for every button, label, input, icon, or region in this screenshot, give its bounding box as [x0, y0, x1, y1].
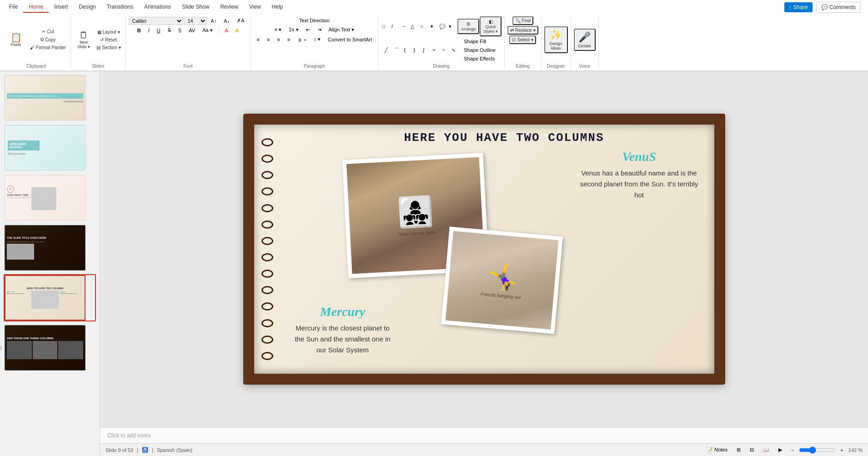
group-paragraph: Text Direction ≡ ▾ 1≡ ▾ ⇤ ⇥ Align Text ▾…: [251, 15, 379, 70]
zoom-level: 142 %: [848, 447, 863, 453]
ribbon-top: File Home Insert Design Transitions Anim…: [0, 0, 868, 15]
shape-b4[interactable]: }: [412, 46, 421, 55]
language-status[interactable]: Spanish (Spain): [157, 447, 192, 453]
find-button[interactable]: 🔍 Find: [512, 16, 533, 25]
design-ideas-button[interactable]: ✨ DesignIdeas: [544, 26, 568, 53]
accessibility-icon[interactable]: ♿: [142, 447, 148, 453]
slide-thumbnail-10[interactable]: 10 AND THESE ARE THREE COLUMNS: [4, 324, 96, 371]
shape-b6[interactable]: ≈: [431, 46, 441, 55]
shape-b8[interactable]: ∿: [451, 46, 460, 55]
layout-button[interactable]: ▦ Layout ▾: [95, 29, 122, 35]
zoom-slider[interactable]: [799, 446, 835, 454]
align-right-button[interactable]: ≡: [274, 35, 283, 44]
align-center-button[interactable]: ≡: [264, 35, 273, 44]
view-normal-button[interactable]: ⊞: [733, 446, 744, 454]
clear-format-button[interactable]: ✗A: [234, 16, 247, 25]
increase-indent-button[interactable]: ⇥: [314, 25, 325, 34]
change-case-button[interactable]: Aa ▾: [199, 26, 216, 35]
share-button[interactable]: ↑ Share: [784, 2, 813, 12]
view-reading-button[interactable]: 📖: [760, 446, 773, 454]
decrease-indent-button[interactable]: ⇤: [303, 25, 313, 34]
tab-view[interactable]: View: [244, 2, 266, 13]
shape-star[interactable]: ✦: [429, 23, 438, 30]
justify-button[interactable]: ≡: [284, 35, 293, 44]
slide-thumbnail-9[interactable]: 9 HERE YOU HAVE TWO COLUMNS Mercury Merc…: [4, 274, 96, 321]
align-left-button[interactable]: ≡: [254, 35, 263, 44]
bold-button[interactable]: B: [134, 26, 144, 35]
decrease-font-button[interactable]: A↓: [221, 17, 233, 25]
shape-b3[interactable]: {: [403, 46, 412, 55]
shape-tri[interactable]: △: [410, 23, 419, 30]
separator1: [219, 27, 219, 34]
shape-more[interactable]: ▾: [448, 23, 457, 30]
slide-thumbnail-7[interactable]: 7 01 OUR FIRST TRIP You can write a subt…: [4, 174, 96, 221]
font-family-select[interactable]: Calibri: [129, 17, 183, 25]
main-area: 5 This is a quote note but I am writing …: [0, 71, 868, 456]
shape-arrow[interactable]: →: [400, 23, 409, 30]
paste-button[interactable]: 📋 Paste: [5, 31, 27, 49]
shadow-button[interactable]: S: [175, 26, 185, 35]
paste-icon: 📋: [10, 33, 22, 42]
copy-button[interactable]: ⧉ Copy: [28, 36, 68, 43]
tab-animations[interactable]: Animations: [139, 2, 176, 13]
align-text-button[interactable]: Align Text ▾: [326, 25, 358, 34]
line-spacing-button[interactable]: ↕ ▾: [311, 35, 324, 44]
shape-line[interactable]: /: [391, 23, 400, 30]
format-painter-button[interactable]: 🖌 Format Painter: [28, 44, 68, 51]
zoom-in-button[interactable]: +: [837, 446, 846, 454]
tab-review[interactable]: Review: [215, 2, 243, 13]
replace-button[interactable]: ⇄ Replace ▾: [507, 26, 538, 35]
tab-slideshow[interactable]: Slide Show: [176, 2, 215, 13]
tab-transitions[interactable]: Transitions: [101, 2, 139, 13]
increase-font-button[interactable]: A↑: [208, 17, 220, 25]
new-slide-icon: 🗒: [79, 30, 88, 40]
quick-styles-button[interactable]: ◧ QuickStyles ▾: [480, 16, 502, 36]
reset-button[interactable]: ↺ Reset: [95, 36, 122, 43]
slide-thumbnail-5[interactable]: 5 This is a quote note but I am writing …: [4, 74, 96, 121]
bullets-button[interactable]: ≡ ▾: [271, 25, 284, 34]
shape-outline-button[interactable]: Shape Outline: [461, 46, 499, 54]
shape-b1[interactable]: ╱: [384, 46, 393, 55]
numbering-button[interactable]: 1≡ ▾: [286, 25, 302, 34]
shape-b2[interactable]: ⌒: [393, 46, 402, 55]
notes-button[interactable]: 📝 Notes: [703, 446, 731, 454]
shape-effects-button[interactable]: Shape Effects: [461, 55, 499, 63]
cut-button[interactable]: ✂ Cut: [28, 28, 68, 35]
dictate-button[interactable]: 🎤 Dictate: [574, 29, 596, 51]
view-slide-sorter-button[interactable]: ⊟: [747, 446, 757, 454]
strikethrough-button[interactable]: S̶: [165, 26, 174, 35]
font-size-select[interactable]: 14: [184, 17, 207, 25]
content-area: HERE YOU HAVE TWO COLUMNS VenuS Venus ha…: [100, 71, 868, 456]
text-direction-button[interactable]: Text Direction: [296, 16, 333, 25]
slide-thumbnail-8[interactable]: 8 THE SLIDE TITLE GOES HERE Do you know …: [4, 224, 96, 271]
shape-b5[interactable]: ∫: [422, 46, 431, 55]
shape-b7[interactable]: ~: [441, 46, 450, 55]
photo-1-emoji: 👩‍👧‍👧: [396, 194, 434, 230]
shape-callout[interactable]: 💬: [438, 23, 447, 30]
section-button[interactable]: ▤ Section ▾: [95, 44, 122, 51]
slide-thumbnail-6[interactable]: 6 AWESOMEWORDS Photo placeholder: [4, 124, 96, 171]
new-slide-button[interactable]: 🗒 NewSlide ▾: [74, 29, 94, 51]
tab-insert[interactable]: Insert: [49, 2, 73, 13]
columns-button[interactable]: ⫼ ▾: [294, 35, 310, 44]
font-color-button[interactable]: A: [222, 26, 231, 35]
highlight-button[interactable]: A: [232, 26, 242, 35]
select-button[interactable]: ⊡ Select ▾: [509, 35, 536, 44]
tab-help[interactable]: Help: [266, 2, 289, 13]
comments-button[interactable]: 💬 Comments: [816, 2, 861, 13]
shape-fill-button[interactable]: Shape Fill: [461, 37, 499, 45]
char-spacing-button[interactable]: AV: [186, 26, 198, 35]
convert-smartart-button[interactable]: Convert to SmartArt: [325, 35, 375, 44]
shape-rect[interactable]: □: [381, 23, 390, 30]
zoom-out-button[interactable]: −: [788, 446, 797, 454]
notes-area[interactable]: Click to add notes: [100, 427, 868, 443]
italic-button[interactable]: I: [145, 26, 153, 35]
ribbon-controls: 📋 Paste ✂ Cut ⧉ Copy 🖌 Format Painter: [0, 15, 868, 71]
tab-home[interactable]: Home: [23, 2, 49, 13]
underline-button[interactable]: U: [154, 26, 164, 35]
tab-design[interactable]: Design: [73, 2, 101, 13]
arrange-button[interactable]: ⊞ Arrange: [457, 19, 479, 34]
view-presenter-button[interactable]: ▶: [775, 446, 785, 454]
tab-file[interactable]: File: [4, 2, 23, 13]
shape-circle[interactable]: ○: [419, 23, 428, 30]
